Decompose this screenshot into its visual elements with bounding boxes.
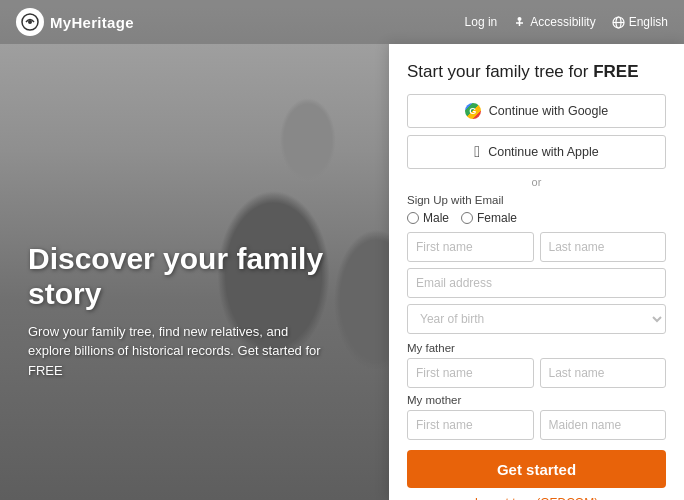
- hero-subtitle: Grow your family tree, find new relative…: [28, 322, 328, 381]
- get-started-button[interactable]: Get started: [407, 450, 666, 488]
- accessibility-icon: [513, 16, 526, 29]
- father-first-name-input[interactable]: [407, 358, 534, 388]
- logo-area: MyHeritage: [16, 8, 134, 36]
- mother-maiden-name-input[interactable]: [540, 410, 667, 440]
- logo-text: MyHeritage: [50, 14, 134, 31]
- hero-section: Discover your family story Grow your fam…: [28, 241, 328, 380]
- gender-female-radio[interactable]: [461, 212, 473, 224]
- language-link[interactable]: English: [612, 15, 668, 29]
- svg-point-2: [518, 17, 522, 21]
- gender-selection: Male Female: [407, 211, 666, 225]
- father-last-name-input[interactable]: [540, 358, 667, 388]
- or-divider: or: [407, 176, 666, 188]
- signup-panel: Start your family tree for FREE G Contin…: [389, 44, 684, 500]
- gender-male-label[interactable]: Male: [407, 211, 449, 225]
- mother-name-row: [407, 410, 666, 440]
- apple-signin-button[interactable]:  Continue with Apple: [407, 135, 666, 169]
- top-navigation: MyHeritage Log in Accessibility English: [0, 0, 684, 44]
- name-row: [407, 232, 666, 262]
- nav-right: Log in Accessibility English: [465, 15, 668, 29]
- svg-point-1: [28, 20, 32, 24]
- accessibility-link[interactable]: Accessibility: [513, 15, 595, 29]
- globe-icon: [612, 16, 625, 29]
- hero-title: Discover your family story: [28, 241, 328, 312]
- last-name-input[interactable]: [540, 232, 667, 262]
- father-label: My father: [407, 342, 666, 354]
- signup-email-label: Sign Up with Email: [407, 194, 666, 206]
- gender-male-radio[interactable]: [407, 212, 419, 224]
- birth-year-select[interactable]: Year of birth 20262025202420232022202120…: [407, 304, 666, 334]
- mother-label: My mother: [407, 394, 666, 406]
- login-link[interactable]: Log in: [465, 15, 498, 29]
- father-name-row: [407, 358, 666, 388]
- logo-icon: [16, 8, 44, 36]
- import-gedcom-link[interactable]: Import tree (GEDCOM): [407, 496, 666, 500]
- apple-icon: : [474, 143, 480, 161]
- email-input[interactable]: [407, 268, 666, 298]
- mother-first-name-input[interactable]: [407, 410, 534, 440]
- panel-title: Start your family tree for FREE: [407, 62, 666, 82]
- google-icon: G: [465, 103, 481, 119]
- gender-female-label[interactable]: Female: [461, 211, 517, 225]
- first-name-input[interactable]: [407, 232, 534, 262]
- google-signin-button[interactable]: G Continue with Google: [407, 94, 666, 128]
